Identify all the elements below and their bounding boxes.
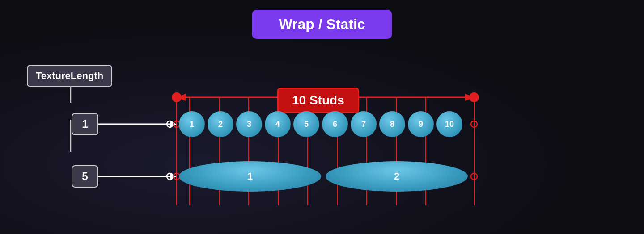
svg-marker-8 xyxy=(177,94,186,101)
circle-6: 6 xyxy=(322,111,348,137)
ellipse-1: 1 xyxy=(179,161,321,192)
circle-4: 4 xyxy=(265,111,291,137)
title-text: Wrap / Static xyxy=(279,16,365,33)
svg-point-4 xyxy=(167,121,173,127)
circle-8: 8 xyxy=(379,111,405,137)
svg-marker-10 xyxy=(465,94,474,101)
title-badge: Wrap / Static xyxy=(252,10,392,39)
value-box-5: 5 xyxy=(72,165,98,188)
svg-marker-6 xyxy=(170,173,177,180)
svg-point-7 xyxy=(167,173,173,180)
svg-marker-3 xyxy=(170,121,177,127)
page-wrapper: Wrap / Static xyxy=(0,0,644,234)
svg-point-11 xyxy=(172,92,182,102)
circle-7: 7 xyxy=(351,111,377,137)
circle-1: 1 xyxy=(179,111,205,137)
svg-point-27 xyxy=(471,173,477,180)
circle-10: 10 xyxy=(436,111,462,137)
circle-9: 9 xyxy=(408,111,434,137)
ellipse-2: 2 xyxy=(326,161,468,192)
svg-point-12 xyxy=(469,92,479,102)
value-box-1: 1 xyxy=(72,113,98,135)
circle-3: 3 xyxy=(236,111,262,137)
svg-point-25 xyxy=(471,121,477,127)
texture-length-label: TextureLength xyxy=(27,65,112,87)
ellipses-row-2: 1 2 xyxy=(179,161,468,192)
circles-row-1: 1 2 3 4 5 6 7 8 9 10 xyxy=(179,111,462,137)
circle-5: 5 xyxy=(293,111,319,137)
circle-2: 2 xyxy=(208,111,233,137)
studs-badge: 10 Studs xyxy=(277,88,359,113)
